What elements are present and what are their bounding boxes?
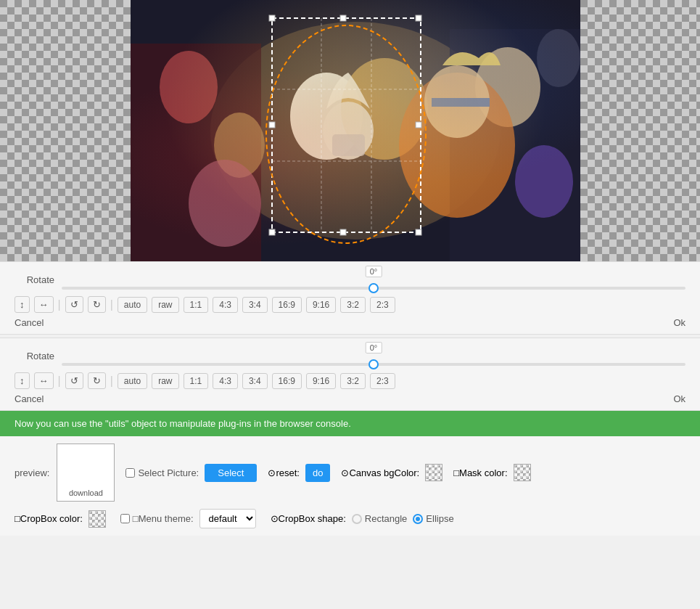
rectangle-radio[interactable] (352, 514, 362, 524)
select-picture-checkbox[interactable] (125, 468, 135, 478)
flip-v-btn-2[interactable]: ↔ (34, 372, 54, 389)
menu-theme-select[interactable]: default dark light (199, 509, 256, 528)
ellipse-option[interactable]: Ellipse (413, 513, 453, 524)
controls-panel-1: Rotate 0° ↕ ↔ | ↺ ↻ | auto raw 1:1 4:3 3… (0, 261, 700, 335)
ok-btn-2[interactable]: Ok (673, 393, 685, 404)
download-label: download (69, 489, 103, 497)
ratio-9-16-btn-1[interactable]: 9:16 (306, 297, 336, 313)
svg-rect-14 (332, 134, 365, 156)
action-row-1: Cancel Ok (15, 317, 685, 328)
ellipse-label: Ellipse (426, 513, 453, 524)
buttons-row-1: ↕ ↔ | ↺ ↻ | auto raw 1:1 4:3 3:4 16:9 9:… (15, 296, 685, 313)
separator-1b: | (110, 298, 113, 311)
select-picture-area: Select Picture: Select (125, 464, 257, 482)
cancel-btn-2[interactable]: Cancel (15, 393, 44, 404)
ratio-1-1-btn-2[interactable]: 1:1 (184, 373, 209, 389)
svg-point-13 (323, 102, 374, 160)
separator-1a: | (58, 298, 61, 311)
flip-h-btn-2[interactable]: ↕ (15, 372, 30, 389)
preview-label: preview: (15, 467, 49, 478)
action-row-2: Cancel Ok (15, 393, 685, 404)
svg-point-6 (341, 58, 428, 160)
ratio-9-16-btn-2[interactable]: 9:16 (306, 373, 336, 389)
rotate-slider-2[interactable] (62, 363, 685, 366)
bottom-controls: preview: download Select Picture: Select… (0, 436, 700, 536)
degree-badge-1: 0° (366, 266, 382, 277)
ratio-16-9-btn-1[interactable]: 16:9 (272, 297, 302, 313)
svg-point-15 (189, 160, 261, 247)
separator-2a: | (58, 375, 61, 388)
rectangle-option[interactable]: Rectangle (352, 513, 408, 524)
svg-rect-12 (432, 98, 490, 107)
select-picture-checkbox-label[interactable]: Select Picture: (125, 467, 199, 478)
svg-rect-2 (131, 44, 261, 261)
separator-2b: | (110, 375, 113, 388)
rotate-slider-1[interactable] (62, 287, 685, 290)
flip-v-btn-1[interactable]: ↔ (34, 296, 54, 313)
mask-color-label: □Mask color: (453, 467, 507, 478)
cropbox-color-label: □CropBox color: (15, 513, 83, 524)
bottom-row-1: preview: download Select Picture: Select… (15, 444, 685, 502)
rotate-label-1: Rotate (15, 274, 54, 285)
ratio-3-4-btn-2[interactable]: 3:4 (242, 373, 268, 389)
ratio-raw-btn-1[interactable]: raw (152, 297, 178, 313)
buttons-row-2: ↕ ↔ | ↺ ↻ | auto raw 1:1 4:3 3:4 16:9 9:… (15, 372, 685, 389)
rotate-cw-btn-1[interactable]: ↻ (88, 296, 106, 313)
ratio-1-1-btn-1[interactable]: 1:1 (184, 297, 209, 313)
image-placeholder (131, 0, 580, 261)
preview-area: preview: download (15, 444, 115, 502)
svg-point-1 (210, 22, 501, 240)
ratio-3-2-btn-2[interactable]: 3:2 (340, 373, 366, 389)
cropbox-shape-area: ⊙CropBox shape: Rectangle Ellipse (271, 513, 454, 524)
svg-point-8 (475, 47, 540, 127)
ratio-16-9-btn-2[interactable]: 16:9 (272, 373, 302, 389)
ratio-2-3-btn-2[interactable]: 2:3 (370, 373, 395, 389)
preview-box: download (57, 444, 115, 502)
svg-point-16 (515, 145, 573, 218)
menu-theme-area: □Menu theme: default dark light (120, 509, 256, 528)
ratio-3-2-btn-1[interactable]: 3:2 (340, 297, 366, 313)
ratio-auto-btn-1[interactable]: auto (118, 297, 147, 313)
menu-theme-checkbox[interactable] (120, 514, 130, 523)
ratio-auto-btn-2[interactable]: auto (118, 373, 147, 389)
ratio-4-3-btn-2[interactable]: 4:3 (213, 373, 238, 389)
svg-point-10 (399, 73, 515, 218)
bottom-row-2: □CropBox color: □Menu theme: default dar… (15, 509, 685, 528)
ratio-raw-btn-2[interactable]: raw (152, 373, 178, 389)
svg-point-4 (214, 113, 265, 178)
cancel-btn-1[interactable]: Cancel (15, 317, 44, 328)
cropbox-color-area: □CropBox color: (15, 510, 106, 528)
rotate-slider-wrapper-2: 0° (62, 344, 685, 368)
reset-label: ⊙reset: (268, 467, 300, 478)
svg-rect-0 (131, 0, 580, 261)
rotate-slider-wrapper-1: 0° (62, 268, 685, 292)
flip-h-btn-1[interactable]: ↕ (15, 296, 30, 313)
rotate-label-2: Rotate (15, 351, 54, 361)
svg-point-9 (537, 29, 580, 87)
ellipse-radio[interactable] (413, 514, 423, 524)
controls-panel-2: Rotate 0° ↕ ↔ | ↺ ↻ | auto raw 1:1 4:3 3… (0, 338, 700, 411)
ratio-3-4-btn-1[interactable]: 3:4 (242, 297, 268, 313)
rotate-row-2: Rotate 0° (15, 344, 685, 368)
cropbox-shape-label: ⊙CropBox shape: (271, 513, 346, 524)
mask-color-picker[interactable] (514, 464, 531, 481)
select-btn[interactable]: Select (205, 464, 257, 482)
menu-theme-checkbox-label[interactable]: □Menu theme: (120, 513, 194, 524)
rotate-ccw-btn-2[interactable]: ↺ (65, 372, 83, 389)
ok-btn-1[interactable]: Ok (673, 317, 685, 328)
image-container (131, 0, 580, 261)
svg-point-5 (290, 73, 363, 160)
rotate-row-1: Rotate 0° (15, 268, 685, 292)
svg-point-11 (424, 65, 490, 138)
canvas-bg-color-picker[interactable] (425, 464, 442, 481)
reset-btn[interactable]: do (305, 464, 330, 482)
svg-point-3 (160, 51, 218, 123)
ratio-2-3-btn-1[interactable]: 2:3 (370, 297, 395, 313)
cropbox-color-picker[interactable] (88, 510, 106, 528)
ratio-4-3-btn-1[interactable]: 4:3 (213, 297, 238, 313)
rotate-cw-btn-2[interactable]: ↻ (88, 372, 106, 389)
reset-area: ⊙reset: do (268, 464, 330, 482)
menu-theme-label: □Menu theme: (133, 513, 194, 524)
select-picture-label: Select Picture: (138, 467, 199, 478)
rotate-ccw-btn-1[interactable]: ↺ (65, 296, 83, 313)
